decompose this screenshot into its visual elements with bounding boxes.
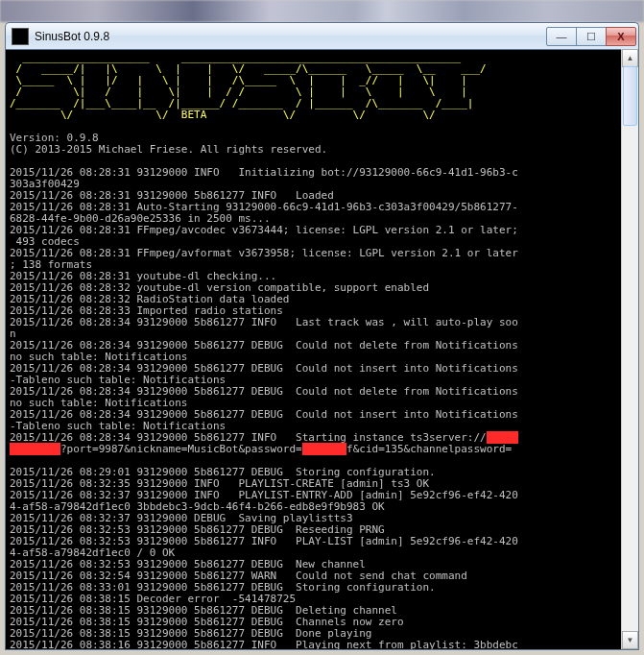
log-line: 2015/11/26 08:28:34 93129000 5b861277 IN…: [10, 316, 518, 328]
log-line: 2015/11/26 08:28:31 FFmpeg/avcodec v3673…: [10, 224, 518, 236]
console-frame: ____________________ ___________________…: [5, 49, 639, 650]
ascii-logo: ____________________ ___________________…: [10, 51, 487, 121]
window-titlebar: SinusBot 0.9.8 — ☐ X: [5, 22, 639, 50]
maximize-icon: ☐: [586, 32, 596, 42]
chevron-up-icon: ▲: [627, 54, 634, 62]
close-icon: X: [617, 32, 624, 42]
maximize-button[interactable]: ☐: [576, 27, 607, 46]
background-tabstrip: [0, 0, 644, 22]
close-button[interactable]: X: [606, 27, 636, 46]
log-line: 2015/11/26 08:28:31 93129000 INFO Initia…: [10, 166, 518, 179]
scroll-thumb[interactable]: [623, 66, 637, 126]
scroll-down-button[interactable]: ▼: [622, 631, 638, 649]
chevron-down-icon: ▼: [627, 636, 634, 644]
redacted-pass: xxxxxxx: [302, 443, 346, 455]
window-controls: — ☐ X: [547, 27, 636, 46]
copyright-line: (C) 2013-2015 Michael Friese. All rights…: [10, 143, 327, 156]
minimize-icon: —: [557, 32, 567, 42]
minimize-button[interactable]: —: [546, 27, 577, 46]
console-output[interactable]: ____________________ ___________________…: [6, 50, 638, 649]
vertical-scrollbar[interactable]: ▲ ▼: [621, 49, 638, 649]
scroll-up-button[interactable]: ▲: [622, 49, 638, 67]
app-icon: [12, 28, 29, 45]
redacted-host2: xxxxxxxx: [10, 443, 60, 455]
log-line: 2015/11/26 08:38:16 93129000 5b861277 IN…: [10, 639, 518, 649]
window-title: SinusBot 0.9.8: [35, 30, 547, 43]
log-line: xxxxxxxx?port=9987&nickname=MusicBot&pas…: [10, 443, 512, 455]
